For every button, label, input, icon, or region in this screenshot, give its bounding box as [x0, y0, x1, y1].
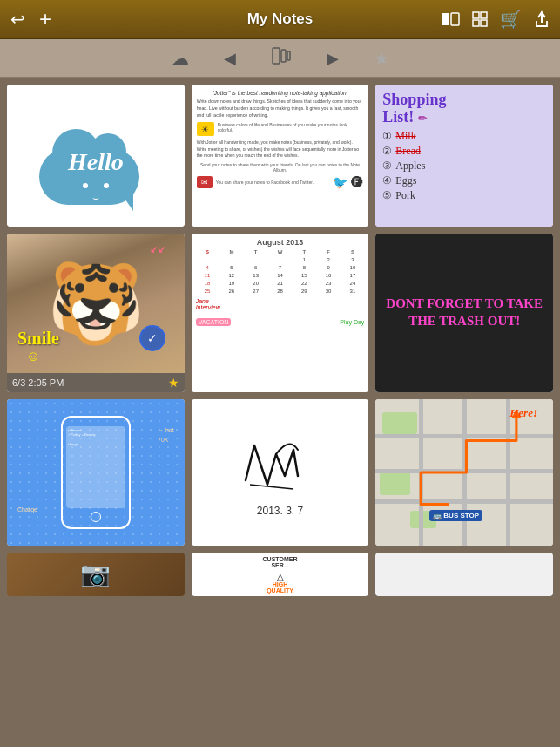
calendar-annotations: JaneInterview VACATION Play Day — [196, 298, 365, 325]
note-tiger-photo[interactable]: 🐯 Smile ☺ ↙↙ ✓ 6/3 2:05 PM ★ — [7, 234, 185, 392]
topbar-right-buttons: 🛒 — [441, 9, 550, 30]
svg-rect-7 — [273, 48, 280, 64]
note-signature[interactable]: 2013. 3. 7 3/7 3:10 PM — [192, 399, 369, 546]
back-icon[interactable]: ↩ — [10, 9, 25, 30]
dont-forget-text: DONT FORGET TO TAKE THE TRASH OUT! — [382, 295, 546, 329]
calendar-month: August 2013 — [196, 238, 365, 247]
shopping-title: ShoppingList! ✏ — [382, 92, 546, 126]
svg-rect-8 — [281, 50, 286, 62]
note-partial-c[interactable] — [375, 553, 553, 596]
share-icon[interactable] — [534, 10, 550, 28]
grid-row-4-partial: 📷 CUSTOMERSER... △ HIGHQUALITY — [7, 553, 553, 596]
note-partial-b[interactable]: CUSTOMERSER... △ HIGHQUALITY — [192, 553, 369, 596]
secondary-toolbar: ☁ ◀ ▶ ★ — [0, 39, 560, 78]
note-handwriting[interactable]: "Jotter" is the best handwriting note-ta… — [192, 85, 369, 227]
phone-sketch-labels-left: Charge — [17, 506, 37, 513]
star-filter-icon[interactable]: ★ — [374, 48, 389, 69]
shop-icon[interactable]: 🛒 — [500, 9, 522, 30]
svg-rect-9 — [287, 51, 290, 60]
note-4-star: ★ — [168, 376, 179, 390]
topbar-left-buttons: ↩ + — [10, 7, 51, 31]
signature-drawing — [228, 428, 333, 498]
smile-text: Smile — [17, 329, 59, 349]
grid-row-1: Hello ⌣ 12/17 2:47 PM "Jotter" is the be… — [7, 85, 553, 227]
smile-face: ☺ — [26, 349, 40, 364]
note-4-timestamp: 6/3 2:05 PM — [12, 377, 64, 388]
phone-sketch-drawing: calendar✓ Today + Beautycharge — [61, 416, 131, 529]
view-grid-icon[interactable] — [472, 11, 488, 27]
svg-rect-5 — [481, 20, 487, 26]
note-partial-a[interactable]: 📷 — [7, 553, 185, 596]
shopping-items: ①Milk ②Bread ③Apples ④Eggs ⑤Pork — [382, 130, 546, 202]
grid-row-2: 🐯 Smile ☺ ↙↙ ✓ 6/3 2:05 PM ★ August 2013… — [7, 234, 553, 392]
note-calendar[interactable]: August 2013 S M T W T F S 123 45678910 1… — [192, 234, 369, 392]
note-shopping-list[interactable]: ShoppingList! ✏ ①Milk ②Bread ③Apples ④Eg… — [375, 85, 553, 227]
svg-rect-3 — [481, 12, 487, 18]
notes-grid: Hello ⌣ 12/17 2:47 PM "Jotter" is the be… — [0, 78, 560, 747]
grid-row-3: calendar✓ Today + Beautycharge → hot70K … — [7, 399, 553, 546]
signature-date: 2013. 3. 7 — [257, 505, 303, 517]
cloud-sync-icon[interactable]: ☁ — [172, 48, 189, 69]
note-map[interactable]: Here! 🚌BUS STOP 3/6 12:26 PM ★ — [375, 399, 553, 546]
app-title: My Notes — [247, 10, 314, 28]
bus-stop-sign: 🚌BUS STOP — [429, 510, 482, 521]
top-navigation-bar: ↩ + My Notes 🛒 — [0, 0, 560, 39]
calendar-grid: S M T W T F S 123 45678910 1112131415161… — [196, 248, 365, 295]
svg-rect-2 — [473, 12, 479, 18]
note-dont-forget[interactable]: DONT FORGET TO TAKE THE TRASH OUT! 12/17… — [375, 234, 553, 392]
note-hello-cloud[interactable]: Hello ⌣ 12/17 2:47 PM — [7, 85, 185, 227]
tiger-annotation: ↙↙ — [150, 244, 165, 255]
svg-rect-1 — [451, 13, 459, 25]
phone-sketch-labels-right: → hot70K — [158, 425, 174, 445]
gallery-view-icon[interactable] — [271, 46, 292, 70]
view-single-icon[interactable] — [441, 12, 460, 26]
here-label: Here! — [509, 406, 537, 420]
note-4-footer: 6/3 2:05 PM ★ — [7, 373, 185, 392]
add-icon[interactable]: + — [39, 7, 51, 31]
svg-rect-4 — [473, 20, 479, 26]
note-phone-sketch[interactable]: calendar✓ Today + Beautycharge → hot70K … — [7, 399, 185, 546]
blue-circle-annotation: ✓ — [139, 325, 165, 351]
svg-rect-0 — [442, 13, 449, 25]
prev-nav-icon[interactable]: ◀ — [224, 49, 236, 68]
next-nav-icon[interactable]: ▶ — [327, 49, 339, 68]
